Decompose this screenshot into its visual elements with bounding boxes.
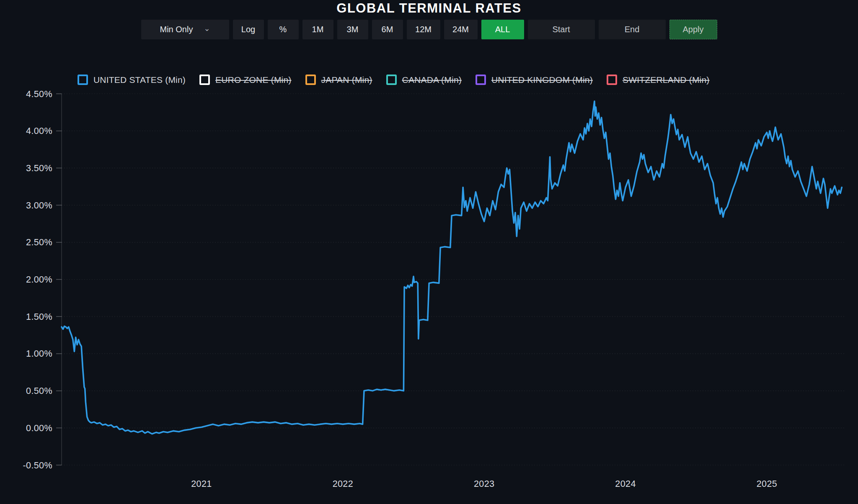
legend-swatch-icon [199, 75, 210, 85]
x-axis-label: 2025 [757, 479, 777, 489]
legend-label: CANADA (Min) [402, 75, 462, 85]
x-axis-label: 2022 [333, 479, 353, 489]
legend-swatch-icon [476, 75, 486, 85]
legend-label: UNITED STATES (Min) [93, 75, 186, 85]
legend-label: JAPAN (Min) [321, 75, 372, 85]
legend-item[interactable]: UNITED STATES (Min) [78, 75, 186, 85]
legend-item[interactable]: CANADA (Min) [386, 75, 462, 85]
legend-item[interactable]: UNITED KINGDOM (Min) [476, 75, 593, 85]
legend-item[interactable]: EURO ZONE (Min) [199, 75, 292, 85]
x-axis-label: 2021 [191, 479, 212, 489]
legend-swatch-icon [386, 75, 397, 85]
legend-label: UNITED KINGDOM (Min) [491, 75, 593, 85]
legend-item[interactable]: JAPAN (Min) [305, 75, 372, 85]
y-axis-label: 1.50% [26, 312, 52, 322]
legend-swatch-icon [607, 75, 617, 85]
y-axis-label: 4.50% [26, 89, 52, 99]
y-axis-label: 3.00% [26, 201, 52, 211]
legend: UNITED STATES (Min)EURO ZONE (Min)JAPAN … [78, 75, 710, 85]
legend-swatch-icon [305, 75, 316, 85]
legend-swatch-icon [78, 75, 88, 85]
x-axis-label: 2023 [474, 479, 494, 489]
y-axis-label: -0.50% [23, 460, 52, 471]
legend-item[interactable]: SWITZERLAND (Min) [607, 75, 710, 85]
x-axis-label: 2024 [615, 479, 636, 489]
app-window: GLOBAL TERMINAL RATES Min Only ⌄ Log%1M3… [0, 0, 858, 504]
y-axis-label: 3.50% [26, 163, 52, 173]
y-axis-label: 4.00% [26, 126, 52, 136]
legend-label: SWITZERLAND (Min) [623, 75, 710, 85]
legend-label: EURO ZONE (Min) [215, 75, 292, 85]
y-axis-label: 1.00% [26, 349, 52, 359]
y-axis-label: 0.00% [26, 423, 52, 433]
y-axis-label: 0.50% [26, 386, 52, 396]
y-axis-label: 2.50% [26, 237, 52, 247]
price-line [62, 101, 842, 434]
y-axis-label: 2.00% [26, 275, 52, 285]
